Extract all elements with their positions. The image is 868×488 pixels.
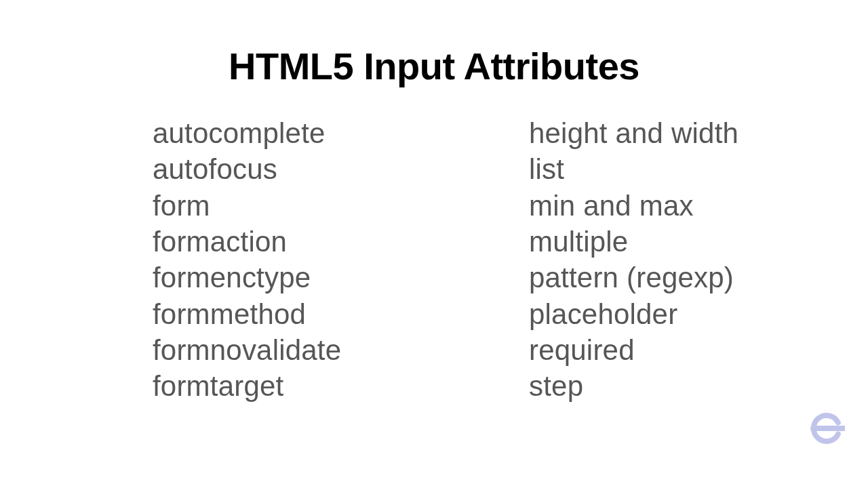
list-item: formtarget xyxy=(153,368,529,404)
list-item: formnovalidate xyxy=(153,332,529,368)
list-item: autocomplete xyxy=(153,115,529,151)
list-item: multiple xyxy=(529,224,868,260)
list-item: autofocus xyxy=(153,151,529,187)
column-right: height and width list min and max multip… xyxy=(529,115,868,405)
list-item: formenctype xyxy=(153,260,529,296)
list-item: placeholder xyxy=(529,296,868,332)
list-item: pattern (regexp) xyxy=(529,260,868,296)
brand-logo-icon xyxy=(807,409,845,447)
slide-title: HTML5 Input Attributes xyxy=(0,44,868,88)
list-item: min and max xyxy=(529,188,868,224)
list-item: formaction xyxy=(153,224,529,260)
list-item: form xyxy=(153,188,529,224)
columns-container: autocomplete autofocus form formaction f… xyxy=(0,115,868,405)
column-left: autocomplete autofocus form formaction f… xyxy=(153,115,529,405)
list-item: height and width xyxy=(529,115,868,151)
list-item: list xyxy=(529,151,868,187)
list-item: formmethod xyxy=(153,296,529,332)
list-item: required xyxy=(529,332,868,368)
list-item: step xyxy=(529,368,868,404)
slide-container: HTML5 Input Attributes autocomplete auto… xyxy=(0,0,868,488)
